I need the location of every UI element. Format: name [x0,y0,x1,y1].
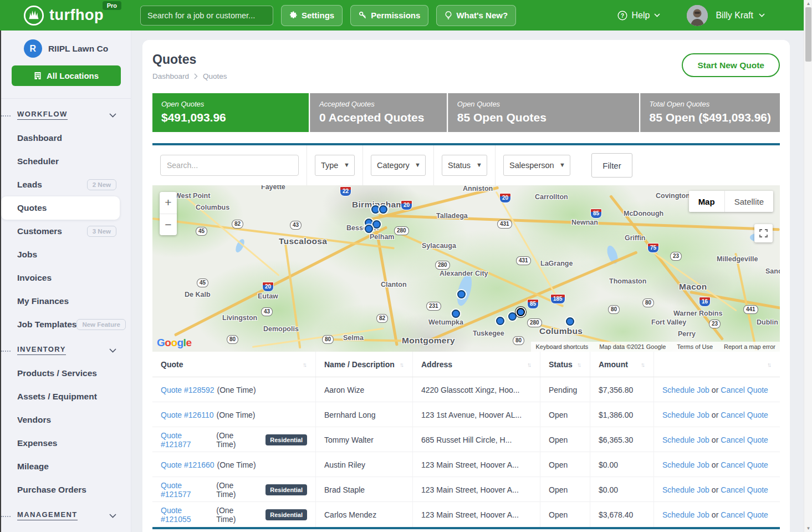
fullscreen-button[interactable] [754,224,773,242]
schedule-job-link[interactable]: Schedule Job [662,485,709,494]
quote-link[interactable]: Quote #121660 [161,460,215,469]
map-type-toggle: Map Satellite [689,191,773,212]
filter-select[interactable]: Status ▼ [442,155,487,176]
user-name[interactable]: Billy Kraft [716,11,753,21]
settings-button[interactable]: Settings [281,5,343,26]
map-attribution-link[interactable]: Keyboard shortcuts [535,343,588,350]
sidebar-item[interactable]: Job Templates New Feature [1,313,131,336]
sidebar-item[interactable]: Mileage [1,455,131,478]
address-cell: 123 Main Street, Hoover A... [413,452,540,477]
schedule-job-link[interactable]: Schedule Job [662,460,709,469]
route-shield: 43 [261,307,273,316]
cancel-quote-link[interactable]: Cancel Quote [721,435,768,444]
quote-link[interactable]: Quote #121055 [161,506,213,524]
chevron-down-icon[interactable] [109,345,116,355]
route-shield: 231 [426,302,441,311]
quote-map-marker[interactable] [379,205,387,214]
quote-map-marker[interactable] [457,290,466,298]
quote-map-marker[interactable] [517,308,525,316]
filter-select[interactable]: Category ▼ [371,155,426,176]
name-cell: Carlos Mendez [316,502,413,527]
sidebar-item[interactable]: Jobs [1,243,131,266]
sidebar-item[interactable]: INVENTORY [1,338,131,362]
sidebar-item[interactable]: Purchase Orders [1,478,131,501]
quote-map-marker[interactable] [372,220,381,229]
map-type-satellite[interactable]: Satellite [724,191,773,212]
filter-button[interactable]: Filter [591,153,632,178]
scrollbar-thumb[interactable] [805,7,811,62]
chevron-down-icon[interactable] [109,110,116,120]
sidebar-item[interactable]: Dashboard [1,126,131,150]
scroll-down-arrow[interactable]: ▼ [804,525,812,532]
zoom-in-button[interactable]: + [160,192,177,214]
sidebar-item[interactable]: Vendors [1,408,131,432]
quote-link[interactable]: Quote #126110 [161,411,214,419]
cancel-quote-link[interactable]: Cancel Quote [721,411,768,419]
cancel-quote-link[interactable]: Cancel Quote [721,510,768,519]
filter-select[interactable]: Salesperson ▼ [503,155,570,176]
sidebar-item[interactable]: Leads 2 New [1,173,131,196]
name-cell: Austin Riley [316,452,413,477]
route-shield: 85 [590,209,602,219]
sidebar-item[interactable]: Products / Services [1,362,131,385]
global-search-input[interactable] [140,6,273,26]
actions-cell: Schedule Job or Cancel Quote [654,452,780,477]
breadcrumb-dashboard[interactable]: Dashboard [152,72,189,80]
sidebar-item[interactable]: MANAGEMENT [1,504,131,527]
chevron-down-icon[interactable] [109,510,116,520]
schedule-job-link[interactable]: Schedule Job [662,411,709,419]
cancel-quote-link[interactable]: Cancel Quote [721,485,768,494]
quote-map-marker[interactable] [371,205,380,214]
whats-new-button[interactable]: What's New? [436,5,516,26]
quote-map-marker[interactable] [452,310,460,318]
help-menu[interactable]: ? Help [617,11,661,21]
brand-logo[interactable]: turfhop Pro [23,5,104,26]
sort-icon[interactable]: ↑↓ [527,361,532,368]
table-row: Quote #128592 (One Time) Aaron Wize 4220… [152,377,780,402]
quote-map-marker[interactable] [365,225,373,233]
quote-link[interactable]: Quote #121577 [161,481,213,499]
residential-badge: Residential [265,509,307,520]
sort-icon[interactable]: ↑↓ [400,361,404,368]
sort-icon[interactable]: ↑↓ [641,361,645,368]
page-scrollbar[interactable]: ▲ ▼ [804,0,812,532]
sidebar-item[interactable]: Scheduler [1,150,131,173]
all-locations-button[interactable]: All Locations [12,65,121,86]
quote-map-marker[interactable] [566,317,574,326]
quote-map-marker[interactable] [496,317,504,325]
filter-select[interactable]: Type ▼ [315,155,355,176]
user-avatar[interactable] [687,5,708,26]
table-search-input[interactable] [160,155,299,176]
permissions-button[interactable]: Permissions [350,5,428,26]
company-switcher[interactable]: R RIIPL Lawn Co [1,39,131,58]
sidebar-item[interactable]: Expenses [1,432,131,455]
sidebar-item[interactable]: My Finances [1,290,131,313]
sort-icon[interactable]: ↑↓ [303,361,307,368]
quote-link[interactable]: Quote #121877 [161,431,213,449]
sidebar-item[interactable]: Invoices [1,266,131,290]
sidebar-item[interactable]: WORKFLOW [1,103,131,126]
scroll-up-arrow[interactable]: ▲ [804,0,812,7]
quotes-map[interactable]: Fayette West Point Columbus Tuscaloosa D… [152,185,780,352]
schedule-job-link[interactable]: Schedule Job [662,386,709,394]
map-attribution-link[interactable]: Terms of Use [677,343,713,350]
map-attribution-link[interactable]: Map data ©2021 Google [599,343,666,350]
zoom-out-button[interactable]: − [160,214,177,236]
map-attribution-link[interactable]: Report a map error [724,343,775,350]
sidebar-item[interactable]: Assets / Equipment [1,385,131,408]
cancel-quote-link[interactable]: Cancel Quote [721,460,768,469]
sidebar-item[interactable]: REPORTS [1,529,131,532]
sidebar-item[interactable]: Customers 3 New [1,220,131,243]
sidebar-item[interactable]: Quotes [1,196,120,220]
schedule-job-link[interactable]: Schedule Job [662,510,709,519]
pro-badge: Pro [103,1,121,10]
sort-icon[interactable]: ↑↓ [577,361,581,368]
start-new-quote-button[interactable]: Start New Quote [682,53,780,77]
sort-icon[interactable]: ↑↓ [767,361,772,368]
quote-map-marker[interactable] [508,312,517,321]
map-type-map[interactable]: Map [689,191,724,212]
schedule-job-link[interactable]: Schedule Job [662,435,709,444]
cancel-quote-link[interactable]: Cancel Quote [721,386,768,394]
fullscreen-icon [759,229,768,237]
quote-link[interactable]: Quote #128592 [161,386,215,394]
